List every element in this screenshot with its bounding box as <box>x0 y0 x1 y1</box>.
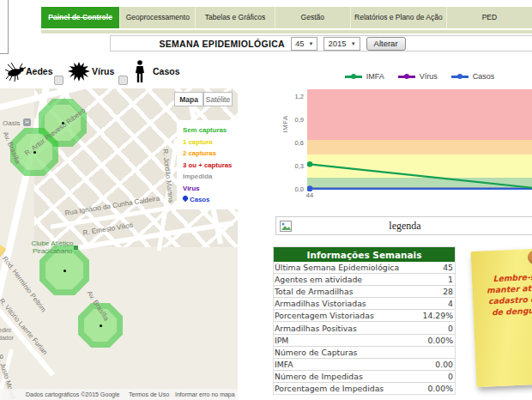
map-legend-label: 3 ou + capturas <box>183 161 232 169</box>
nav-strip <box>41 30 532 33</box>
poi-marker-icon <box>74 245 78 250</box>
series-line-IMFA <box>310 164 532 189</box>
map-legend-label: 1 captura <box>183 138 213 146</box>
row-value: 4 <box>448 299 453 308</box>
row-value: 0.00% <box>427 336 453 345</box>
row-label: IPM <box>275 336 288 345</box>
row-label: Armadilhas Positivas <box>275 324 357 333</box>
weekly-info-rows: Última Semana Epidemiológica45Agentes em… <box>274 262 455 394</box>
aedes-label: Aedes <box>26 66 53 76</box>
map-type-controls: Mapa Satélite <box>174 92 233 106</box>
map-pin-icon <box>182 195 189 202</box>
table-row: IPM0.00% <box>274 335 455 347</box>
map-legend-item: Casos <box>183 194 238 206</box>
legend-marker <box>398 74 415 80</box>
sticky-note: Lembre-smanter atuacadastro dede dengue <box>471 248 532 387</box>
map-legend-item: 1 captura <box>183 136 238 148</box>
virus-checkbox[interactable] <box>118 76 128 85</box>
week-select[interactable]: 45 ▼ <box>291 37 318 51</box>
tab-tabelas-e-gr-ficos[interactable]: Tabelas e Gráficos <box>195 7 274 28</box>
lodging-icon: H <box>23 118 31 126</box>
alterar-button[interactable]: Alterar <box>366 37 406 51</box>
map-attribution: Dados cartográficos ©2015 Google Termos … <box>0 389 238 400</box>
y-axis-tick: 1,2 <box>295 93 304 100</box>
row-label: Porcentagem Vistoriadas <box>275 311 374 320</box>
table-row: Armadilhas Positivas0 <box>274 322 455 334</box>
map-legend-label: Sem capturas <box>183 126 227 134</box>
trap-marker-dot <box>100 324 102 327</box>
y-axis-tick: 0,6 <box>295 139 304 147</box>
aedes-checkbox[interactable] <box>54 76 63 85</box>
map-legend-label: Vírus <box>183 185 200 192</box>
map-legend-label: 2 capturas <box>183 149 216 157</box>
main-nav: Painel de ControleGeoprocessamentoTabela… <box>41 7 532 28</box>
row-label: Número de Capturas <box>275 348 357 357</box>
week-selector-bar: SEMANA EPIDEMIOLÓGICA 45 ▼ 2015 ▼ Altera… <box>110 35 532 52</box>
tab-geoprocessamento[interactable]: Geoprocessamento <box>119 7 195 28</box>
legend-label: Casos <box>473 72 495 81</box>
chart-legend-item: IMFA <box>345 72 384 81</box>
map[interactable]: Oasis H Av. Brasília R. Artur Preveso Ri… <box>0 88 238 400</box>
year-select[interactable]: 2015 ▼ <box>323 37 360 51</box>
tab-relat-rios-e-plano-de-a-o[interactable]: Relatórios e Plano de Ação <box>350 7 446 28</box>
map-label-oasis: Oasis <box>3 119 20 127</box>
chart-legend-item: Vírus <box>398 72 438 81</box>
chart-y-axis: 0,00,30,60,91,2 <box>280 89 304 190</box>
map-legend-item: 2 capturas <box>183 148 238 160</box>
map-label-clube-atletico: Clube Atlético Piracicabano <box>26 239 79 255</box>
casos-label: Casos <box>153 66 180 76</box>
sticky-note-text: Lembre-smanter atuacadastro dede dengue <box>467 270 532 319</box>
row-label: Porcentagem de Impedidas <box>275 384 384 393</box>
map-capture-legend: Sem capturas1 captura2 capturas3 ou + ca… <box>177 120 238 209</box>
map-legend-label: Impedida <box>183 173 212 180</box>
table-row: Última Semana Epidemiológica45 <box>274 262 455 274</box>
map-legend-item: 3 ou + capturas <box>183 160 238 172</box>
legend-marker <box>345 74 362 80</box>
row-value: 0.00 <box>435 360 453 369</box>
row-value: 45 <box>443 263 453 272</box>
chart-legend-bar: legenda <box>275 216 532 235</box>
table-row: Total de Armadilhas28 <box>274 286 455 298</box>
legend-bar-label: legenda <box>276 220 532 233</box>
table-row: Porcentagem de Impedidas0.00% <box>274 383 455 394</box>
satellite-button[interactable]: Satélite <box>203 92 233 106</box>
legend-label: Vírus <box>420 72 438 81</box>
y-axis-tick: 0,3 <box>295 162 304 170</box>
row-value: 1 <box>448 275 453 284</box>
tab-painel-de-controle[interactable]: Painel de Controle <box>41 7 119 28</box>
row-value: 14.29% <box>423 311 453 320</box>
tab-gest-o[interactable]: Gestão <box>275 7 350 28</box>
row-value: 0 <box>448 324 453 333</box>
weekly-info-table: Informações Semanais Última Semana Epide… <box>273 246 456 395</box>
legend-marker <box>451 74 469 80</box>
map-label-cut: edini <box>0 327 11 333</box>
row-label: Número de Impedidas <box>275 372 363 381</box>
row-label: IMFA <box>275 360 293 369</box>
week-selector-label: SEMANA EPIDEMIOLÓGICA <box>159 39 285 49</box>
chevron-down-icon: ▼ <box>309 41 314 46</box>
map-legend-item: Sem capturas <box>183 124 238 136</box>
row-value: 0 <box>448 372 453 381</box>
map-legend-label: Casos <box>190 196 209 203</box>
table-row: Número de Impedidas0 <box>274 371 455 383</box>
person-icon <box>134 60 146 83</box>
row-label: Última Semana Epidemiológica <box>275 263 399 272</box>
report-error-link[interactable]: Informar erro no mapa <box>175 391 235 397</box>
mosquito-icon <box>3 61 26 82</box>
map-button[interactable]: Mapa <box>174 92 203 106</box>
table-row: IMFA0.00 <box>274 359 455 371</box>
table-row: Armadilhas Vistoriadas4 <box>274 298 455 310</box>
tab-ped[interactable]: PED <box>446 7 532 28</box>
table-row: Agentes em atividade1 <box>274 274 455 286</box>
row-label: Armadilhas Vistoriadas <box>275 299 366 308</box>
map-legend-item: Impedida <box>183 171 238 183</box>
row-value: 28 <box>443 287 453 296</box>
virus-label: Vírus <box>92 66 114 76</box>
y-axis-tick: 0,9 <box>295 116 304 124</box>
chart-lines <box>307 89 532 191</box>
terms-link[interactable]: Termos de Uso <box>129 391 169 397</box>
map-copyright: Dados cartográficos ©2015 Google <box>26 391 119 397</box>
chart-series-legend: IMFAVírusCasos <box>307 72 532 81</box>
chart-x-tick: 44 <box>302 191 317 199</box>
weekly-info-title: Informações Semanais <box>274 247 455 262</box>
